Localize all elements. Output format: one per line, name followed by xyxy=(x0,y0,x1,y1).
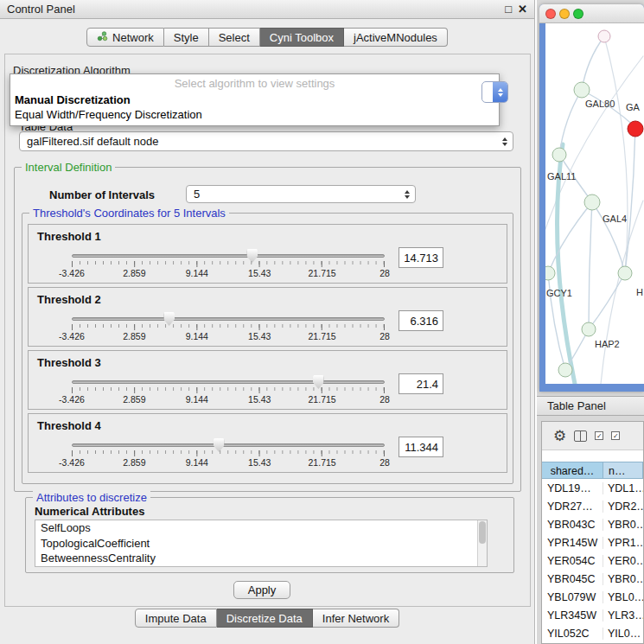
right-region: GAL80GAGAL11GAL4GCY1HHAP2 Table Panel ⚙ … xyxy=(537,0,644,644)
column-header-name[interactable]: n… xyxy=(603,462,643,479)
table-cell[interactable]: YER0… xyxy=(603,555,643,567)
slider-track[interactable] xyxy=(72,254,385,258)
float-window-icon[interactable]: □ xyxy=(505,0,512,18)
close-traffic-light-icon[interactable] xyxy=(545,9,556,19)
control-panel-titlebar[interactable]: Control Panel □ ✕ xyxy=(0,0,534,19)
table-cell[interactable]: YBR0… xyxy=(603,573,643,585)
slider-track[interactable] xyxy=(72,443,385,447)
table-data-select[interactable]: galFiltered.sif default node xyxy=(19,131,513,151)
number-of-intervals-select[interactable]: 5 xyxy=(186,185,416,203)
slider-track[interactable] xyxy=(72,380,385,384)
network-node-gcy1[interactable] xyxy=(545,266,555,280)
table-cell[interactable]: YPR1… xyxy=(603,537,643,549)
numerical-attributes-list: SelfLoopsTopologicalCoefficientBetweenne… xyxy=(35,520,488,567)
network-edge xyxy=(548,202,592,273)
scale-label: -3.426 xyxy=(59,331,85,341)
threshold-value-field[interactable]: 6.316 xyxy=(399,310,443,331)
table-panel-header[interactable]: Table Panel xyxy=(537,396,644,416)
checkbox-icon[interactable]: ✓ xyxy=(595,431,603,440)
network-node-hap2[interactable] xyxy=(582,322,596,336)
network-window-titlebar[interactable] xyxy=(539,4,644,23)
table-cell[interactable]: YLR3… xyxy=(603,609,643,622)
table-row[interactable]: YPR145WYPR1… xyxy=(542,533,643,552)
table-row[interactable]: YDR27…YDR2… xyxy=(542,497,643,515)
attribute-item-topologicalcoefficient[interactable]: TopologicalCoefficient xyxy=(35,536,487,552)
table-panel-window: ⚙ ✓ ✓ shared… n… YDL19…YDL1…YDR27…YDR2…Y… xyxy=(541,421,644,644)
columns-icon[interactable] xyxy=(574,430,587,442)
threshold-value-field[interactable]: 14.713 xyxy=(399,247,443,268)
scale-label: 28 xyxy=(379,268,390,278)
scrollbar-thumb[interactable] xyxy=(479,521,486,544)
node-label: GA xyxy=(626,102,641,112)
table-cell[interactable]: YBR043C xyxy=(542,519,603,531)
close-icon[interactable]: ✕ xyxy=(518,0,527,18)
table-row[interactable]: YER054CYER0… xyxy=(542,552,643,570)
tab-jactivemnodules[interactable]: jActiveMNodules xyxy=(344,28,448,47)
algorithm-combo-fragment[interactable] xyxy=(481,81,508,103)
network-edge xyxy=(589,202,592,329)
tab-infer-network[interactable]: Infer Network xyxy=(313,609,399,628)
zoom-traffic-light-icon[interactable] xyxy=(573,9,583,19)
table-cell[interactable]: YBR0… xyxy=(603,519,643,531)
table-row[interactable]: YBR043CYBR0… xyxy=(542,515,643,533)
slider-scale: -3.4262.8599.14415.4321.71528 xyxy=(72,394,385,405)
network-node-ga[interactable] xyxy=(628,121,643,137)
scrollbar[interactable] xyxy=(477,520,487,566)
threshold-value-field[interactable]: 21.4 xyxy=(399,373,443,394)
table-cell[interactable]: YDR2… xyxy=(603,501,643,513)
minimize-traffic-light-icon[interactable] xyxy=(559,9,570,19)
stepper-icon xyxy=(405,190,410,199)
table-panel-gap xyxy=(542,450,643,462)
checkbox-icon[interactable]: ✓ xyxy=(611,431,620,440)
apply-button[interactable]: Apply xyxy=(233,581,290,599)
table-cell[interactable]: YBL0… xyxy=(603,591,643,603)
network-node[interactable] xyxy=(558,363,572,377)
table-cell[interactable]: YIL0… xyxy=(603,628,643,640)
network-node[interactable] xyxy=(598,30,610,42)
network-node-gal80[interactable] xyxy=(574,82,590,98)
scale-label: 21.715 xyxy=(309,457,336,468)
stepper-icon xyxy=(502,137,507,146)
table-row[interactable]: YIL052CYIL0… xyxy=(542,624,643,642)
table-cell[interactable]: YIL052C xyxy=(542,628,603,640)
column-header-shared-name[interactable]: shared… xyxy=(542,462,603,479)
slider-track[interactable] xyxy=(72,317,385,321)
slider-major-ticks xyxy=(72,387,385,393)
table-cell[interactable]: YPR145W xyxy=(542,537,603,549)
scale-label: 9.144 xyxy=(186,331,208,341)
tab-cyni-toolbox[interactable]: Cyni Toolbox xyxy=(260,28,344,47)
algorithm-prompt: Select algorithm to view settings xyxy=(10,74,499,92)
network-canvas[interactable]: GAL80GAGAL11GAL4GCY1HHAP2 xyxy=(545,23,644,384)
attribute-item-selfloops[interactable]: SelfLoops xyxy=(35,520,487,536)
tab-network[interactable]: Network xyxy=(86,28,164,47)
table-cell[interactable]: YDL1… xyxy=(603,482,643,494)
table-row[interactable]: YDL19…YDL1… xyxy=(542,479,643,497)
gear-icon[interactable]: ⚙ xyxy=(553,429,566,443)
algorithm-option-manual-discretization[interactable]: Manual Discretization xyxy=(10,92,499,107)
table-cell[interactable]: YDR27… xyxy=(542,501,603,513)
tab-impute-data[interactable]: Impute Data xyxy=(135,609,217,628)
network-node-h[interactable] xyxy=(618,266,632,280)
table-cell[interactable]: YDL19… xyxy=(542,482,603,494)
network-node-gal4[interactable] xyxy=(584,194,600,210)
attribute-item-betweennesscentrality[interactable]: BetweennessCentrality xyxy=(35,551,487,566)
tab-label: Style xyxy=(174,31,199,44)
number-of-intervals-value: 5 xyxy=(194,188,200,201)
table-cell[interactable]: YBR045C xyxy=(542,573,603,585)
table-cell[interactable]: YER054C xyxy=(542,555,603,567)
table-cell[interactable]: YBL079W xyxy=(542,591,603,603)
table-row[interactable]: YBL079WYBL0… xyxy=(542,588,643,606)
threshold-value-field[interactable]: 11.344 xyxy=(399,437,443,457)
scale-label: 15.43 xyxy=(248,268,271,278)
table-row[interactable]: YBR045CYBR0… xyxy=(542,570,643,588)
control-panel-window: Control Panel □ ✕ NetworkStyleSelectCyni… xyxy=(0,0,535,644)
tab-select[interactable]: Select xyxy=(209,28,260,47)
scale-label: -3.426 xyxy=(59,394,85,405)
table-row[interactable]: YLR345WYLR3… xyxy=(542,606,643,624)
network-node-gal11[interactable] xyxy=(552,148,566,162)
tab-label: Discretize Data xyxy=(226,612,303,625)
tab-discretize-data[interactable]: Discretize Data xyxy=(217,609,313,628)
table-cell[interactable]: YLR345W xyxy=(542,609,603,622)
tab-style[interactable]: Style xyxy=(164,28,209,47)
algorithm-option-equal-width-frequency-discretization[interactable]: Equal Width/Frequency Discretization xyxy=(10,107,499,122)
